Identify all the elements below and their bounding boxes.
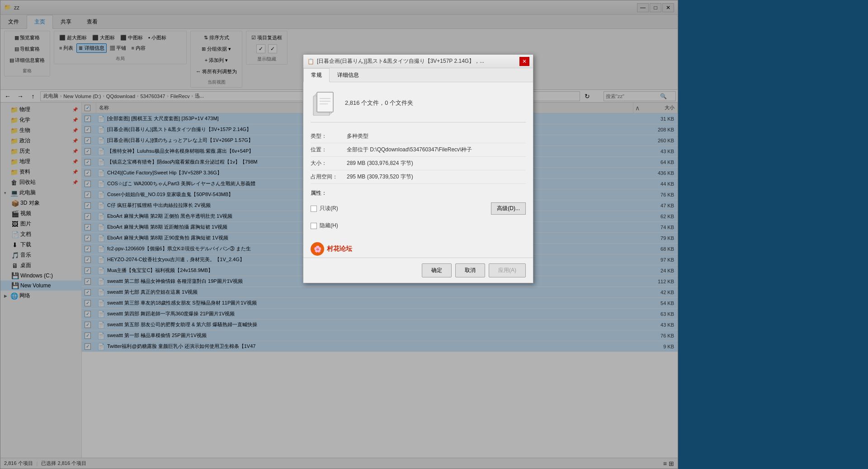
dialog-close-button[interactable]: ✕ bbox=[519, 57, 529, 66]
apply-button[interactable]: 应用(A) bbox=[489, 263, 526, 277]
forum-logo-area: 🌸 村花论坛 bbox=[303, 240, 533, 258]
prop-size-value: 289 MB (303,976,824 字节) bbox=[347, 159, 526, 167]
cancel-button[interactable]: 取消 bbox=[455, 263, 485, 277]
files-svg bbox=[311, 90, 337, 116]
prop-type: 类型： 多种类型 bbox=[311, 130, 526, 143]
big-file-icon bbox=[311, 89, 338, 117]
properties-dialog: 📋 [日暮企画(日暮りん)]黒スト&黒タイツ自撮り【3V+157P 2.14G】… bbox=[303, 54, 533, 283]
ok-button[interactable]: 确定 bbox=[422, 263, 452, 277]
prop-location-label: 位置： bbox=[311, 146, 347, 154]
prop-location-value: 全部位于 D:\QQdownload\534760347\FileRecv\种子 bbox=[347, 146, 526, 154]
hidden-label: 隐藏(H) bbox=[320, 222, 338, 230]
prop-type-label: 类型： bbox=[311, 132, 347, 140]
prop-disk-size-label: 占用空间： bbox=[311, 173, 347, 181]
dialog-icon-area: 2,816 个文件，0 个文件夹 bbox=[311, 89, 526, 122]
prop-size-label: 大小： bbox=[311, 159, 347, 167]
prop-location: 位置： 全部位于 D:\QQdownload\534760347\FileRec… bbox=[311, 143, 526, 157]
advanced-button[interactable]: 高级(D)... bbox=[491, 202, 526, 215]
prop-disk-size-value: 295 MB (309,739,520 字节) bbox=[347, 173, 526, 181]
dialog-title-bar: 📋 [日暮企画(日暮りん)]黒スト&黒タイツ自撮り【3V+157P 2.14G】… bbox=[303, 55, 533, 68]
svg-rect-2 bbox=[317, 92, 333, 112]
attr-readonly-row: 只读(R) 高级(D)... bbox=[311, 199, 526, 218]
forum-logo-icon: 🌸 bbox=[311, 242, 324, 256]
dialog-tabs: 常规 详细信息 bbox=[303, 68, 533, 82]
attributes-label: 属性： bbox=[311, 189, 526, 197]
readonly-checkbox[interactable] bbox=[311, 206, 317, 212]
readonly-label: 只读(R) bbox=[320, 205, 338, 212]
dialog-footer: 确定 取消 应用(A) bbox=[303, 258, 533, 283]
dialog-overlay: 📋 [日暮企画(日暮りん)]黒スト&黒タイツ自撮り【3V+157P 2.14G】… bbox=[0, 0, 868, 469]
file-count: 2,816 个文件，0 个文件夹 bbox=[345, 99, 413, 107]
dialog-tab-general[interactable]: 常规 bbox=[303, 68, 330, 82]
dialog-title: [日暮企画(日暮りん)]黒スト&黒タイツ自撮り【3V+157P 2.14G】，.… bbox=[317, 57, 519, 65]
forum-logo-text: 村花论坛 bbox=[327, 245, 352, 253]
dialog-body: 2,816 个文件，0 个文件夹 类型： 多种类型 位置： 全部位于 D:\QQ… bbox=[303, 82, 533, 240]
dialog-icon: 📋 bbox=[307, 58, 314, 65]
prop-size: 大小： 289 MB (303,976,824 字节) bbox=[311, 157, 526, 170]
hidden-checkbox[interactable] bbox=[311, 223, 317, 229]
prop-type-value: 多种类型 bbox=[347, 132, 526, 140]
attr-hidden-row: 隐藏(H) bbox=[311, 218, 526, 233]
dialog-tab-details[interactable]: 详细信息 bbox=[330, 68, 367, 82]
prop-disk-size: 占用空间： 295 MB (309,739,520 字节) bbox=[311, 170, 526, 184]
